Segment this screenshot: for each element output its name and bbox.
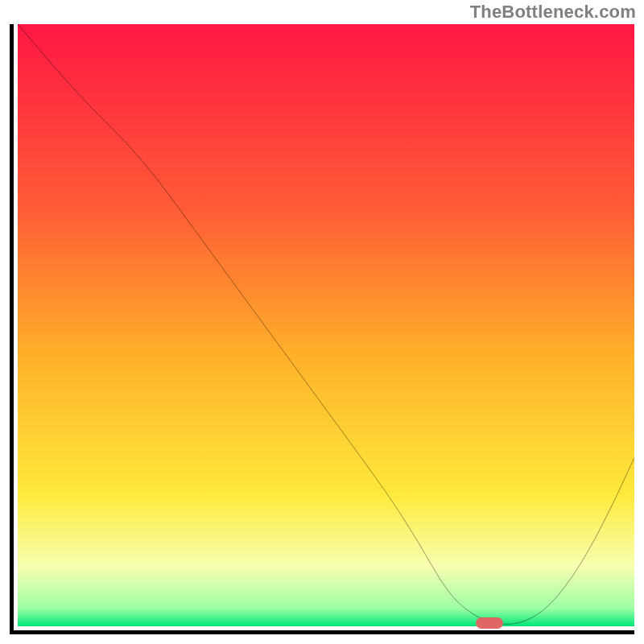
chart-container: TheBottleneck.com <box>0 0 644 644</box>
curve-path <box>18 24 634 625</box>
optimal-point-marker <box>476 617 503 629</box>
plot-area <box>10 24 634 634</box>
watermark-text: TheBottleneck.com <box>470 2 636 23</box>
bottleneck-curve <box>18 24 634 626</box>
